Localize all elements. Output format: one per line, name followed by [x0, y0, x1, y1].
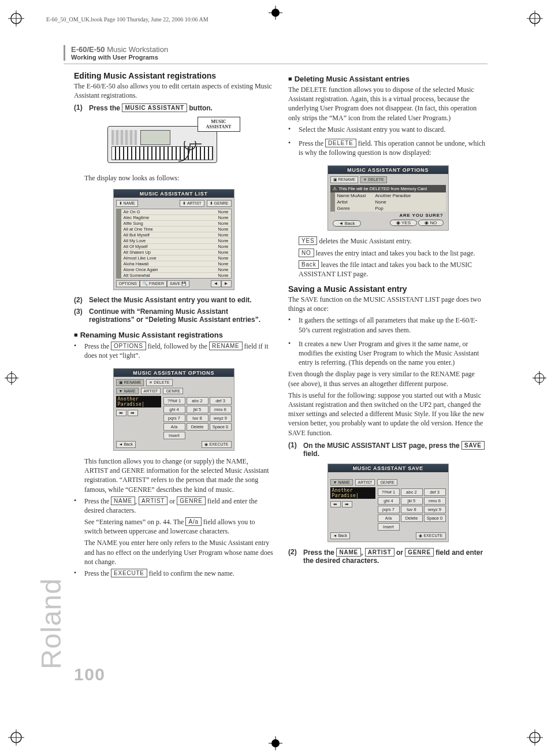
- list-item: All at One TimeNone: [121, 227, 231, 232]
- list-item: Alec RagtimeNone: [121, 215, 231, 221]
- name-field: ▼ NAME: [116, 388, 139, 394]
- left-column: Editing Music Assistant registrations Th…: [74, 71, 273, 580]
- page-number: 100: [74, 665, 106, 684]
- cursor-right-icon: ➡: [128, 410, 138, 416]
- name-field-label: NAME: [111, 496, 135, 505]
- paragraph: This is useful for the following: suppos…: [288, 391, 487, 438]
- music-assistant-button-label: MUSIC ASSISTANT: [122, 103, 187, 112]
- rename-tab: ▣ RENAME: [116, 379, 144, 386]
- info-row: Name MuAssiAnother Paradise: [335, 192, 446, 199]
- text-keypad: ?!%# 1abc 2def 3ghi 4jkl 5mno 6pqrs 7tuv…: [378, 488, 446, 531]
- svg-point-21: [271, 739, 280, 747]
- step-2: (2) Select the Music Assistant entry you…: [74, 296, 273, 304]
- keypad-key: pqrs 7: [163, 414, 185, 422]
- case-toggle-label: A/a: [185, 517, 201, 526]
- options-field-label: OPTIONS: [111, 342, 146, 350]
- crop-mark-icon: [527, 729, 543, 746]
- paragraph: Even though the display page is very sim…: [288, 369, 487, 388]
- svg-point-9: [530, 732, 540, 743]
- genre-field-label: GENRE: [177, 496, 206, 505]
- paragraph: See “Entering names” on p. 44. The A/a f…: [84, 517, 273, 536]
- list-item: Almost Like LoveNone: [121, 255, 231, 261]
- sort-name-button: ⬍ NAME: [116, 200, 138, 207]
- sort-genre-button: ⬍ GENRE: [207, 200, 232, 207]
- list-item: Alone Once AgainNone: [121, 267, 231, 273]
- figure-title: MUSIC ASSISTANT LIST: [114, 190, 234, 198]
- keypad-key: A/a: [378, 514, 400, 522]
- running-header: E-60/E-50 Music Workstation Working with…: [64, 45, 487, 61]
- keypad-key: Delete: [401, 514, 423, 522]
- keypad-key: ?!%# 1: [378, 488, 400, 496]
- bullet: Select the Music Assistant entry you wan…: [288, 125, 487, 136]
- bullet: Press the NAME, ARTIST or GENRE field an…: [74, 496, 273, 517]
- paragraph: YES deletes the Music Assistant entry.: [299, 236, 487, 246]
- list-item: All Of MyselfNone: [121, 244, 231, 250]
- keypad-key: abc 2: [187, 397, 209, 405]
- keypad-key: jkl 5: [401, 497, 423, 505]
- step-2-save: (2) Press the NAME, ARTIST or GENRE fiel…: [288, 548, 487, 565]
- keypad-key: Space 0: [210, 423, 232, 431]
- heading-renaming: Renaming Music Assistant registrations: [74, 331, 273, 339]
- product-title-rest: Music Workstation: [105, 45, 169, 54]
- genre-field-label: GENRE: [405, 548, 434, 557]
- keypad-key: Delete: [187, 423, 209, 431]
- keyboard-illustration: MUSIC ASSISTANT: [107, 118, 240, 170]
- genre-field: GENRE: [163, 388, 183, 394]
- paragraph: The SAVE function on the MUSIC ASSISTANT…: [288, 295, 487, 313]
- warning-strip: ⚠This File will be DELETED from Memory C…: [330, 185, 446, 192]
- callout-label: MUSIC ASSISTANT: [198, 117, 240, 132]
- keypad-key: ghi 4: [378, 497, 400, 505]
- bullet: It gathers the settings of all parameter…: [288, 316, 487, 336]
- svg-point-3: [530, 13, 540, 24]
- keypad-key: A/a: [163, 423, 185, 431]
- yes-label: YES: [299, 236, 317, 245]
- svg-point-0: [11, 13, 21, 24]
- paragraph: This function allows you to change (or s…: [84, 457, 273, 494]
- keypad-key: mno 6: [424, 497, 446, 505]
- paragraph: The display now looks as follows:: [84, 173, 273, 183]
- figure-title: MUSIC ASSISTANT OPTIONS: [114, 369, 234, 377]
- brand-side-label: Roland: [35, 578, 67, 669]
- svg-point-18: [271, 9, 280, 17]
- keypad-key: pqrs 7: [378, 506, 400, 513]
- crop-mark-icon: [527, 10, 543, 27]
- warning-icon: ⚠: [333, 186, 337, 191]
- keypad-key: jkl 5: [187, 406, 209, 413]
- keypad-key: Insert: [163, 432, 185, 439]
- leader-line-icon: [176, 141, 204, 164]
- bullet: Press the DELETE field. This operation c…: [288, 139, 487, 160]
- keypad-key: ghi 4: [163, 406, 185, 413]
- name-field-label: NAME: [336, 548, 361, 557]
- list-item: All But MyselfNone: [121, 232, 231, 238]
- figure-ma-list: MUSIC ASSISTANT LIST ⬍ NAME ⬍ ARTIST ⬍ G…: [113, 189, 234, 290]
- cursor-left-icon: ⬅: [116, 410, 126, 416]
- paragraph: The E-60/E-50 also allows you to edit ce…: [74, 81, 273, 100]
- figure-ma-options-rename: MUSIC ASSISTANT OPTIONS ▣ RENAME ✕ DELET…: [113, 368, 234, 451]
- registration-mark-icon: [269, 736, 282, 750]
- name-field: ▼ NAME: [330, 479, 353, 486]
- registration-mark-icon: [533, 371, 546, 385]
- list-scroll-handle-icon: [116, 209, 121, 279]
- name-input-value: Another Paradise|: [330, 487, 375, 499]
- yes-button: ◉ YES: [390, 220, 417, 226]
- keypad-key: Insert: [378, 523, 400, 531]
- keypad-key: def 3: [424, 488, 446, 496]
- svg-point-6: [11, 732, 21, 743]
- list-scroll-handle-icon: [330, 192, 335, 212]
- step-3: (3) Continue with “Renaming Music Assist…: [74, 307, 273, 324]
- name-input-value: Another Paradise|: [116, 396, 161, 407]
- list-item: All Shaken UpNone: [121, 250, 231, 255]
- delete-tab: ✕ DELETE: [360, 176, 386, 183]
- bullet: Press the OPTIONS field, followed by the…: [74, 342, 273, 362]
- paragraph: The NAME you enter here only refers to t…: [84, 538, 273, 566]
- rename-tab: ▣ RENAME: [330, 176, 359, 183]
- keypad-key: tuv 8: [401, 506, 423, 513]
- keypad-key: def 3: [210, 397, 232, 405]
- paragraph: NO leaves the entry intact and takes you…: [299, 249, 487, 258]
- cursor-left-icon: ⬅: [330, 501, 341, 507]
- info-row: GenrePop: [335, 205, 446, 212]
- execute-button: ◉ EXECUTE: [202, 441, 231, 448]
- keypad-key: abc 2: [401, 488, 423, 496]
- execute-field-label: EXECUTE: [111, 569, 147, 577]
- genre-field: GENRE: [377, 479, 397, 486]
